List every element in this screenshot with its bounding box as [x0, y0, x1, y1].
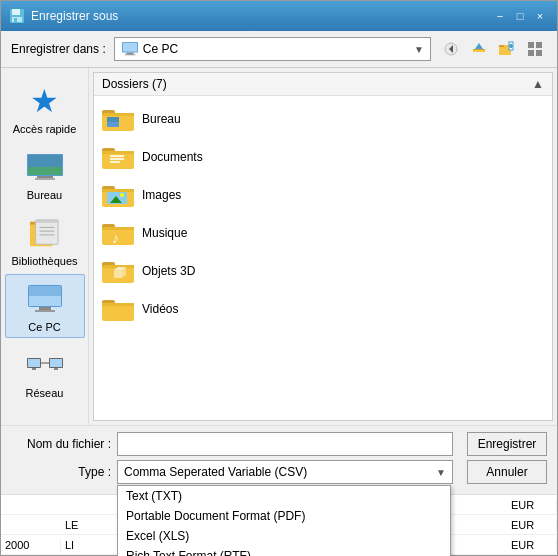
file-item-documents[interactable]: Documents [94, 138, 552, 176]
view-icon [527, 41, 543, 57]
filetype-value: Comma Seperated Variable (CSV) [124, 465, 307, 479]
svg-rect-26 [37, 176, 53, 178]
location-label: Enregistrer dans : [11, 42, 106, 56]
sidebar-item-reseau[interactable]: Réseau [5, 340, 85, 404]
svg-rect-76 [102, 303, 134, 306]
file-item-musique[interactable]: ♪ Musique [94, 214, 552, 252]
dropdown-item-rtf[interactable]: Rich Text Format (RTF) [118, 546, 450, 556]
minimize-button[interactable]: − [491, 7, 509, 25]
file-browser-header: Dossiers (7) ▲ [94, 73, 552, 96]
location-text: Ce PC [143, 42, 178, 56]
svg-point-63 [120, 193, 124, 197]
sidebar-item-label: Bibliothèques [11, 255, 77, 267]
bottom-section: Nom du fichier : Type : Comma Seperated … [1, 425, 557, 494]
dropdown-item-txt[interactable]: Text (TXT) [118, 486, 450, 506]
svg-rect-39 [35, 310, 55, 312]
filetype-row: Type : Comma Seperated Variable (CSV) ▼ … [11, 460, 453, 484]
form-rows-container: Nom du fichier : Type : Comma Seperated … [11, 432, 547, 488]
filename-input[interactable] [117, 432, 453, 456]
title-bar: Enregistrer sous − □ × [1, 1, 557, 31]
file-item-videos[interactable]: Vidéos [94, 290, 552, 328]
svg-rect-19 [536, 42, 542, 48]
svg-rect-24 [28, 155, 62, 167]
year-cell: 2000 [1, 539, 61, 551]
svg-marker-12 [475, 43, 483, 49]
svg-rect-42 [32, 368, 36, 370]
cancel-button[interactable]: Annuler [467, 460, 547, 484]
svg-rect-6 [126, 53, 133, 55]
filename-label: Nom du fichier : [11, 437, 111, 451]
location-chevron-icon: ▼ [414, 44, 424, 55]
form-buttons: Enregistrer Annuler [467, 432, 547, 484]
folder-videos-icon [102, 295, 134, 323]
star-icon: ★ [30, 85, 59, 117]
sidebar-item-bibliotheques[interactable]: Bibliothèques [5, 208, 85, 272]
svg-rect-5 [123, 43, 137, 52]
svg-rect-54 [102, 151, 134, 154]
filetype-label: Type : [11, 465, 111, 479]
sidebar-item-ce-pc[interactable]: Ce PC [5, 274, 85, 338]
new-folder-button[interactable] [495, 37, 519, 61]
scroll-up-icon[interactable]: ▲ [532, 77, 544, 91]
desktop-icon [27, 152, 63, 182]
svg-rect-51 [107, 117, 119, 122]
svg-rect-21 [536, 50, 542, 56]
currency-cell: EUR [507, 519, 557, 531]
svg-rect-30 [35, 220, 58, 244]
svg-rect-1 [12, 9, 20, 15]
svg-rect-56 [110, 158, 124, 160]
currency-cell: EUR [507, 499, 557, 511]
filetype-dropdown[interactable]: Comma Seperated Variable (CSV) ▼ Text (T… [117, 460, 453, 484]
sidebar-item-bureau[interactable]: Bureau [5, 142, 85, 206]
form-fields: Nom du fichier : Type : Comma Seperated … [11, 432, 453, 488]
computer-icon [27, 283, 63, 315]
svg-rect-20 [528, 50, 534, 56]
up-button[interactable] [467, 37, 491, 61]
sidebar-item-label: Ce PC [28, 321, 60, 333]
folder-3d-icon [102, 257, 134, 285]
file-item-name: Bureau [142, 112, 181, 126]
folder-bureau-icon [102, 105, 134, 133]
svg-rect-27 [35, 178, 55, 180]
filetype-dropdown-menu: Text (TXT) Portable Document Format (PDF… [117, 485, 451, 556]
main-content: ★ Accès rapide Bureau [1, 68, 557, 425]
location-dropdown[interactable]: Ce PC ▼ [114, 37, 431, 61]
save-button[interactable]: Enregistrer [467, 432, 547, 456]
toolbar-actions [439, 37, 547, 61]
close-button[interactable]: × [531, 7, 549, 25]
svg-rect-11 [473, 49, 485, 50]
back-icon [444, 42, 458, 56]
maximize-button[interactable]: □ [511, 7, 529, 25]
file-item-bureau[interactable]: Bureau [94, 100, 552, 138]
title-bar-icon [9, 8, 25, 24]
svg-rect-17 [509, 45, 513, 47]
file-item-name: Vidéos [142, 302, 178, 316]
svg-marker-71 [114, 270, 122, 278]
sidebar: ★ Accès rapide Bureau [1, 68, 89, 425]
svg-rect-38 [39, 307, 51, 310]
svg-rect-44 [50, 359, 62, 367]
svg-rect-60 [102, 189, 134, 192]
view-button[interactable] [523, 37, 547, 61]
up-icon [471, 41, 487, 57]
svg-rect-25 [28, 167, 62, 175]
folder-count: Dossiers (7) [102, 77, 167, 91]
toolbar: Enregistrer dans : Ce PC ▼ [1, 31, 557, 68]
svg-rect-41 [28, 359, 40, 367]
file-item-name: Objets 3D [142, 264, 195, 278]
svg-rect-7 [124, 54, 135, 55]
file-item-images[interactable]: Images [94, 176, 552, 214]
file-item-objets3d[interactable]: Objets 3D [94, 252, 552, 290]
save-as-dialog: Enregistrer sous − □ × Enregistrer dans … [0, 0, 558, 556]
title-bar-buttons: − □ × [491, 7, 549, 25]
svg-rect-49 [102, 113, 134, 116]
dropdown-item-xls[interactable]: Excel (XLS) [118, 526, 450, 546]
back-button[interactable] [439, 37, 463, 61]
filetype-chevron-icon: ▼ [436, 467, 446, 478]
title-bar-left: Enregistrer sous [9, 8, 118, 24]
sidebar-item-quick-access[interactable]: ★ Accès rapide [5, 76, 85, 140]
sidebar-item-label: Réseau [26, 387, 64, 399]
dropdown-item-pdf[interactable]: Portable Document Format (PDF) [118, 506, 450, 526]
svg-rect-18 [528, 42, 534, 48]
folder-music-icon: ♪ [102, 219, 134, 247]
